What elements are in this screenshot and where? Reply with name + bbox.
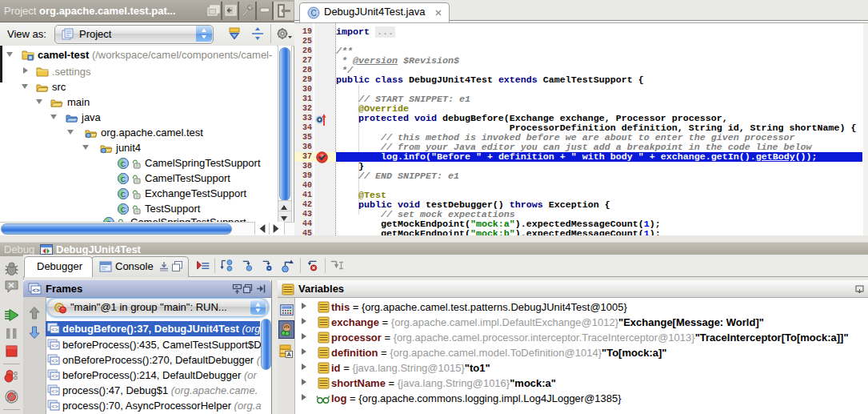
svg-text:C: C: [121, 191, 126, 199]
svg-text:C: C: [121, 160, 126, 168]
svg-text:<>: <>: [51, 327, 58, 333]
svg-text:<>: <>: [51, 373, 58, 380]
svg-text:C: C: [121, 175, 126, 183]
svg-text:<>: <>: [51, 404, 58, 410]
svg-text:<>: <>: [51, 358, 58, 364]
svg-text:C: C: [310, 9, 316, 18]
svg-text:<>: <>: [32, 287, 40, 294]
svg-text:<>: <>: [51, 343, 58, 349]
svg-text:<>: <>: [51, 388, 58, 395]
svg-text:A: A: [286, 351, 291, 358]
svg-text:C: C: [121, 206, 126, 214]
